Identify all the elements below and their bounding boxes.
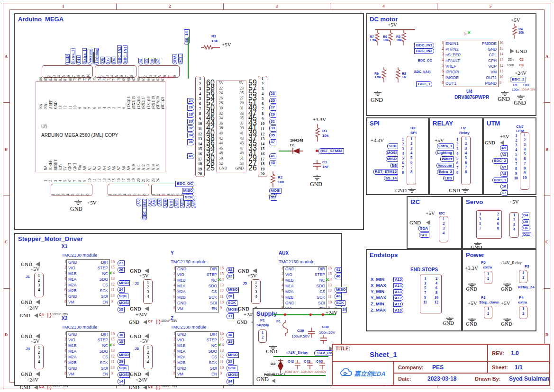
tmc-module-y[interactable]: YTMC2130 module GND +5V J2 1234 GND +24V… bbox=[129, 248, 237, 319]
diode-icon[interactable] bbox=[277, 359, 284, 375]
diode-icon[interactable] bbox=[290, 148, 303, 156]
header-pin-label: 24 bbox=[219, 91, 227, 96]
net-flag-bdc-in2[interactable]: BDC_IN2 bbox=[414, 48, 434, 54]
connector[interactable]: 12 bbox=[519, 306, 527, 319]
net-flag: 15 bbox=[118, 339, 125, 345]
power-conn-p2[interactable]: P2 +5V Step_down 12 GND bbox=[465, 295, 499, 329]
pin-name: OUT2 bbox=[482, 75, 497, 81]
company-cell[interactable]: Company: PES bbox=[394, 362, 488, 374]
net-flag-bdc-2[interactable]: BDC_2 bbox=[510, 77, 526, 82]
tmc-chip[interactable]: GNDVIOM1BM1AM2AM2BGNDVM DIRSTEPNCSDOCSSC… bbox=[175, 266, 219, 312]
fuse-icon[interactable] bbox=[282, 320, 289, 342]
tmc-chip[interactable]: GNDVIOM1BM1AM2AM2BGNDVM DIRSTEPNCSDOCSSC… bbox=[66, 259, 110, 306]
chip-u4[interactable]: EN/IN1PH/IN2nSLEEPnFAULTVREFIPROPIIMODEO… bbox=[444, 41, 499, 87]
pin-name: M2B bbox=[177, 295, 207, 301]
endstops-connector[interactable]: 1357911 24681012 bbox=[420, 275, 442, 313]
resistor-icon[interactable] bbox=[201, 44, 220, 52]
jconn[interactable]: 1234 bbox=[251, 279, 261, 304]
logo-cell[interactable]: 嘉立创EDA bbox=[333, 362, 394, 385]
sheet-cell[interactable]: Sheet: 1/1 bbox=[488, 362, 549, 374]
jconn[interactable]: 1234 bbox=[143, 345, 153, 369]
connector-left-20[interactable]: 1234567891011121314151617181920 bbox=[195, 76, 205, 177]
resistor-icon[interactable] bbox=[381, 67, 387, 86]
pin-number: 8 bbox=[400, 170, 406, 175]
d1-ref: D1 bbox=[290, 143, 295, 147]
right-flags[interactable]: 3015MISO29SCKMOSI14 bbox=[118, 331, 130, 388]
i2c-flags[interactable]: SDASCL bbox=[414, 225, 429, 238]
relay-flags[interactable]: Extra_1LightingWaterVaccumExtra_2LED bbox=[431, 143, 454, 181]
net-flag-ss14[interactable]: SS_14 bbox=[184, 29, 190, 45]
left-flag-column[interactable]: 2426283032343640BDC_OCMISOSCK bbox=[176, 77, 194, 215]
capacitor-icon[interactable] bbox=[307, 360, 313, 371]
pin-number: 7 bbox=[168, 75, 173, 77]
net-flag-group-top2[interactable]: LightingD6D5D4BDC_IN2BDC_IN1 bbox=[94, 27, 139, 64]
date-cell[interactable]: Date: 2023-03-18 Drawn By: Syed Sulaiman bbox=[394, 374, 549, 385]
net-flag-bdc-1[interactable]: BDC_1 bbox=[416, 81, 432, 87]
capacitor-icon[interactable] bbox=[320, 335, 327, 346]
connector[interactable]: 12345678 bbox=[461, 136, 471, 185]
supply-connector[interactable]: 12 bbox=[258, 330, 267, 343]
connector[interactable]: 12345678910 bbox=[520, 132, 529, 190]
net-flag-group-bottom2[interactable]: A5BDC_I(A6)A7 bbox=[108, 199, 153, 227]
power-conn-p4[interactable]: P4 +5V extra 12 GND bbox=[500, 295, 536, 329]
right-flags[interactable]: 3635MISO23SCKMOSI34 bbox=[227, 331, 239, 388]
connector[interactable]: 1234 bbox=[439, 216, 448, 242]
rev-cell[interactable]: REV: 1.0 bbox=[488, 345, 549, 362]
wire-number: 9 bbox=[82, 180, 87, 182]
c1-ref: C1 bbox=[322, 160, 327, 164]
tmc-chip[interactable]: GNDVIOM1BM1AM2AM2BGNDVM DIRSTEPNCSDOCSSC… bbox=[175, 331, 219, 378]
endstop-names: X_MINX_MAXY_MINY_MAXZ_MINZ_MAX bbox=[371, 276, 386, 313]
title-cell[interactable]: TITLE: Sheet_1 bbox=[333, 345, 488, 362]
servo-flags[interactable]: D4D5D6D11 bbox=[522, 212, 531, 238]
tmc-module-x1[interactable]: X1TMC2130 module GND +5V J1 1234 GND +24… bbox=[20, 241, 128, 312]
jconn-ref: J2 bbox=[135, 281, 139, 285]
pin-number: 12 bbox=[435, 300, 439, 304]
connector[interactable]: 12 bbox=[484, 271, 492, 284]
net-flag-group-top1[interactable]: LEDExtra_2D11Extra_1VaccumWater bbox=[42, 27, 99, 64]
utm-flags[interactable]: A9A5BDC_2A7A8BDC_11617 bbox=[490, 145, 508, 196]
connector-bottom-1[interactable]: 12345678 bbox=[51, 184, 92, 196]
connector[interactable]: 12 bbox=[519, 270, 527, 283]
power-conn-p3[interactable]: P3 +24V_Relay Relay_24 12 GND bbox=[500, 260, 536, 294]
capacitor-icon[interactable] bbox=[308, 328, 315, 340]
servo-block[interactable]: 1357 2468 bbox=[476, 210, 502, 239]
net-flag: MOSI bbox=[227, 372, 239, 378]
block-left-pins: 1357 bbox=[479, 212, 481, 237]
jconn[interactable]: 1234 bbox=[143, 279, 153, 304]
conn-name: extra bbox=[483, 265, 492, 269]
capacitor-icon[interactable] bbox=[45, 383, 52, 392]
jconn[interactable]: 1234 bbox=[34, 345, 44, 369]
jconn[interactable]: 1234 bbox=[34, 273, 44, 297]
capacitor-icon[interactable] bbox=[319, 360, 326, 371]
pin-name: CPH bbox=[482, 58, 497, 64]
resistor-icon[interactable] bbox=[315, 124, 320, 147]
tmc-chip[interactable]: GNDVIOM1BM1AM2AM2BGNDVM DIRSTEPNCSDOCSSC… bbox=[283, 266, 327, 312]
connector[interactable]: 12 bbox=[484, 306, 492, 319]
spi-flags[interactable]: SCKMOSIMISOSSRST_STM32SS_14 bbox=[369, 143, 398, 181]
wire-number: 13 bbox=[102, 178, 107, 182]
header-dual-row[interactable]: 5V22242628303234363840424446485052GND 5V… bbox=[216, 80, 246, 172]
connector-right-20[interactable]: 1234567891011121314151617181920 bbox=[258, 76, 267, 177]
tmc-module-z[interactable]: ZTMC2130 module GND +5V J3 1234 GND +24V… bbox=[129, 313, 237, 384]
p24v-label: +24V bbox=[27, 377, 38, 383]
resistor-icon[interactable] bbox=[270, 171, 276, 192]
power-conn-p5[interactable]: P5 +3.3V extra 12 GND bbox=[465, 260, 499, 294]
pin-label: A14 bbox=[151, 164, 156, 170]
capacitor-icon[interactable] bbox=[154, 383, 161, 392]
capacitor-icon[interactable] bbox=[294, 360, 301, 371]
connector[interactable]: 12345678 bbox=[407, 136, 416, 185]
servo-connector[interactable]: 1234 bbox=[509, 212, 519, 238]
pin-number: 4 bbox=[144, 359, 152, 364]
tmc-module-x2[interactable]: X2TMC2130 module GND +5V J4 1234 GND +24… bbox=[20, 313, 128, 384]
net-flag-rst[interactable]: RST_STM32 bbox=[318, 148, 344, 154]
connector-bottom-2[interactable]: 12345678 bbox=[108, 184, 149, 196]
section-relay: RELAY U2 Relay +5V Extra_1LightingWaterV… bbox=[429, 117, 483, 195]
capacitor-icon[interactable] bbox=[313, 160, 321, 172]
net-flag-bdc-in1[interactable]: BDC_IN1 bbox=[414, 43, 434, 48]
resistor-icon[interactable] bbox=[512, 24, 518, 43]
resistor-icon[interactable] bbox=[395, 67, 401, 86]
tmc-chip[interactable]: GNDVIOM1BM1AM2AM2BGNDVM DIRSTEPNCSDOCSSC… bbox=[66, 331, 110, 378]
endstop-nets[interactable]: A15A14A13A12A11A10 bbox=[393, 276, 403, 313]
right-flags[interactable]: 2726MISO24SCKMOSI25 bbox=[118, 259, 130, 316]
conn-name: extra bbox=[518, 300, 527, 304]
